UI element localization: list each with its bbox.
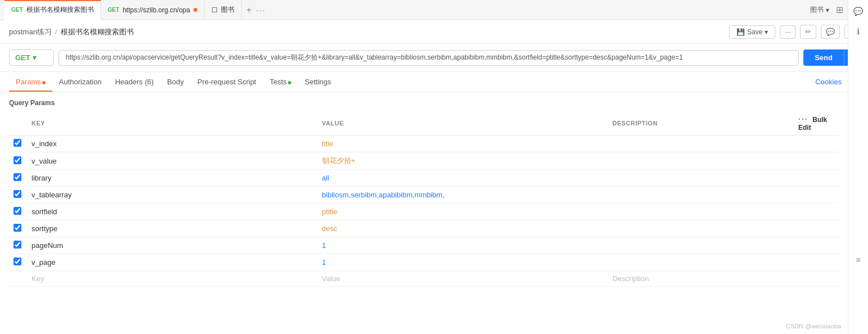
row-key[interactable]: sortfield bbox=[27, 204, 318, 220]
tab-tests[interactable]: Tests bbox=[263, 72, 298, 92]
row-value[interactable]: 朝花夕拾+ bbox=[318, 152, 608, 170]
tab2-dot bbox=[193, 8, 197, 12]
tab-pre-request[interactable]: Pre-request Script bbox=[191, 72, 263, 92]
tab-pre-request-label: Pre-request Script bbox=[197, 78, 256, 86]
table-row: sorttypedesc bbox=[9, 220, 839, 237]
right-sidebar: 💬 ℹ ≡ bbox=[848, 0, 868, 294]
row-key[interactable]: v_index bbox=[27, 136, 318, 152]
breadcrumb-bar: postman练习 / 根据书名模糊搜索图书 💾 Save ▾ ··· ✏ 💬 … bbox=[0, 20, 868, 44]
table-row: KeyValueDescription bbox=[9, 271, 839, 287]
row-actions bbox=[794, 237, 839, 254]
row-actions bbox=[794, 271, 839, 287]
row-description[interactable] bbox=[608, 152, 794, 170]
row-actions bbox=[794, 187, 839, 204]
params-dot bbox=[42, 81, 46, 84]
row-value[interactable]: desc bbox=[318, 220, 608, 237]
tab-label: 根据书名模糊搜索图书 bbox=[26, 5, 94, 15]
th-more: ··· Bulk Edit bbox=[794, 111, 839, 136]
row-value[interactable]: all bbox=[318, 170, 608, 187]
nav-tabs-row: Params Authorization Headers (6) Body Pr… bbox=[0, 72, 868, 92]
tab-params[interactable]: Params bbox=[9, 72, 52, 92]
bulk-more-icon[interactable]: ··· bbox=[798, 115, 808, 124]
method-select[interactable]: GET ▾ bbox=[9, 49, 54, 66]
more-icon: ··· bbox=[785, 28, 790, 36]
send-label: Send bbox=[803, 49, 844, 66]
breadcrumb-actions: 💾 Save ▾ ··· ✏ 💬 ≡ bbox=[729, 25, 859, 39]
row-key[interactable]: pageNum bbox=[27, 237, 318, 254]
row-description[interactable] bbox=[608, 237, 794, 254]
comment-icon: 💬 bbox=[826, 28, 835, 36]
more-options-button[interactable]: ··· bbox=[780, 25, 795, 39]
row-value[interactable]: bibliosm,serbibm,apabibibm,mmbibm, bbox=[318, 187, 608, 204]
row-checkbox[interactable] bbox=[13, 190, 21, 198]
row-key[interactable]: v_tablearray bbox=[27, 187, 318, 204]
tab3-label: 图书 bbox=[221, 5, 234, 15]
row-description[interactable] bbox=[608, 204, 794, 220]
tab-tests-label: Tests bbox=[270, 78, 287, 86]
tab-3[interactable]: ☐ 图书 bbox=[205, 0, 242, 20]
row-value[interactable]: 1 bbox=[318, 254, 608, 271]
row-description[interactable] bbox=[608, 170, 794, 187]
row-checkbox[interactable] bbox=[13, 173, 21, 181]
collection-label: 图书 bbox=[810, 5, 824, 15]
tab-params-label: Params bbox=[16, 78, 41, 86]
method-chevron-icon: ▾ bbox=[33, 53, 37, 62]
row-actions bbox=[794, 254, 839, 271]
row-checkbox[interactable] bbox=[13, 224, 21, 232]
row-key[interactable]: v_page bbox=[27, 254, 318, 271]
row-description[interactable] bbox=[608, 220, 794, 237]
breadcrumb-separator: / bbox=[55, 28, 57, 36]
comment-button[interactable]: 💬 bbox=[821, 25, 840, 39]
tab-authorization[interactable]: Authorization bbox=[52, 72, 108, 92]
params-table: KEY VALUE DESCRIPTION ··· Bulk Edit v_in… bbox=[9, 111, 839, 287]
tab-headers[interactable]: Headers (6) bbox=[108, 72, 161, 92]
breadcrumb: postman练习 / 根据书名模糊搜索图书 bbox=[9, 27, 134, 37]
row-value[interactable]: title bbox=[318, 136, 608, 152]
row-checkbox[interactable] bbox=[13, 258, 21, 265]
tab-more-button[interactable]: ··· bbox=[256, 6, 266, 15]
tab-2[interactable]: GET https://szlib.org.cn/opa bbox=[101, 0, 205, 20]
sidebar-doc-icon[interactable]: ≡ bbox=[853, 253, 862, 267]
save-label: Save bbox=[747, 28, 762, 36]
row-value[interactable]: Value bbox=[318, 271, 608, 287]
row-checkbox[interactable] bbox=[13, 156, 21, 164]
row-description[interactable] bbox=[608, 187, 794, 204]
row-key[interactable]: Key bbox=[27, 271, 318, 287]
tab-body[interactable]: Body bbox=[160, 72, 191, 92]
url-input[interactable] bbox=[58, 50, 799, 66]
row-key[interactable]: sorttype bbox=[27, 220, 318, 237]
tab-add-button[interactable]: + bbox=[242, 5, 256, 15]
table-row: sortfieldptitle bbox=[9, 204, 839, 220]
row-checkbox[interactable] bbox=[13, 207, 21, 215]
tests-dot bbox=[288, 81, 291, 84]
tab-body-label: Body bbox=[167, 78, 184, 86]
save-button[interactable]: 💾 Save ▾ bbox=[729, 25, 775, 39]
row-description[interactable] bbox=[608, 254, 794, 271]
chevron-down-icon: ▾ bbox=[826, 6, 829, 14]
row-checkbox[interactable] bbox=[13, 139, 21, 147]
row-key[interactable]: library bbox=[27, 170, 318, 187]
breadcrumb-parent[interactable]: postman练习 bbox=[9, 27, 52, 37]
row-description[interactable]: Description bbox=[608, 271, 794, 287]
row-value[interactable]: 1 bbox=[318, 237, 608, 254]
tab2-label: https://szlib.org.cn/opa bbox=[123, 6, 190, 14]
th-value: VALUE bbox=[318, 111, 608, 136]
sidebar-chat-icon[interactable]: 💬 bbox=[851, 4, 865, 18]
row-key[interactable]: v_value bbox=[27, 152, 318, 170]
sidebar-info-icon[interactable]: ℹ bbox=[855, 25, 862, 38]
th-key: KEY bbox=[27, 111, 318, 136]
table-row: v_tablearraybibliosm,serbibm,apabibibm,m… bbox=[9, 187, 839, 204]
tab-active[interactable]: GET 根据书名模糊搜索图书 bbox=[4, 0, 101, 20]
row-checkbox[interactable] bbox=[13, 241, 21, 249]
cookies-link[interactable]: Cookies bbox=[815, 78, 842, 86]
grid-icon: ⊞ bbox=[836, 4, 843, 15]
tab-settings[interactable]: Settings bbox=[298, 72, 338, 92]
tab-method-badge: GET bbox=[11, 7, 23, 13]
breadcrumb-current: 根据书名模糊搜索图书 bbox=[61, 27, 134, 37]
row-description[interactable] bbox=[608, 136, 794, 152]
table-row: pageNum1 bbox=[9, 237, 839, 254]
row-actions bbox=[794, 170, 839, 187]
table-row: v_page1 bbox=[9, 254, 839, 271]
edit-button[interactable]: ✏ bbox=[800, 25, 816, 39]
row-value[interactable]: ptitle bbox=[318, 204, 608, 220]
